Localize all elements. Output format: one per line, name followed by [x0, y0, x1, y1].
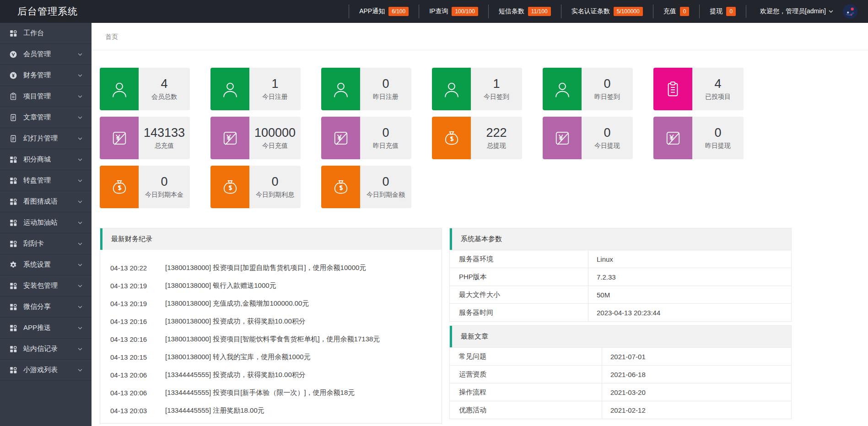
sidebar-item[interactable]: 刮刮卡	[0, 233, 92, 254]
sidebar-item[interactable]: 项目管理	[0, 86, 92, 107]
record-time: 04-13 20:16	[110, 335, 152, 343]
sidebar: 工作台 会员管理 财务管理 项目管理 文	[0, 23, 92, 426]
stat-value: 222	[486, 126, 507, 140]
grid-icon	[9, 219, 17, 227]
chevron-down-icon	[77, 114, 83, 121]
table-row: PHP版本 7.2.33	[450, 268, 791, 286]
topbar-stat[interactable]: 充值 0	[653, 5, 700, 18]
sidebar-item-label: 转盘管理	[23, 176, 77, 185]
topbar-stat-label: 充值	[663, 7, 676, 16]
table-row[interactable]: 运营资质 2021-06-18	[450, 365, 791, 383]
breadcrumb[interactable]: 首页	[105, 33, 118, 40]
table-row[interactable]: 常见问题 2021-07-01	[450, 347, 791, 365]
stat-value: 0	[604, 77, 610, 91]
topbar-stat[interactable]: APP通知 6/100	[349, 5, 419, 18]
topbar-stat[interactable]: IP查询 100/100	[419, 5, 488, 18]
sidebar-item[interactable]: 积分商城	[0, 149, 92, 170]
topbar-right: APP通知 6/100 IP查询 100/100 短信条数 11/100 实名认…	[349, 4, 858, 19]
stat-value: 0	[271, 175, 278, 189]
stat-card-body: 0 今日到期利息	[249, 166, 301, 208]
article-title[interactable]: 操作流程	[450, 383, 602, 401]
avatar[interactable]	[842, 4, 858, 19]
stat-card[interactable]: 143133 总充值	[100, 117, 190, 159]
article-title[interactable]: 运营资质	[450, 366, 602, 383]
stat-value: 0	[382, 126, 389, 140]
sidebar-item[interactable]: 会员管理	[0, 44, 92, 65]
article-title[interactable]: 优惠活动	[450, 401, 602, 419]
table-row[interactable]: 操作流程 2021-03-20	[450, 383, 791, 401]
stat-card[interactable]: 1 今日注册	[210, 68, 301, 110]
record-text: [13344445555] 投资项目[新手体验（限一次）]，使用余额18元	[165, 388, 355, 397]
param-name: 服务器环境	[450, 250, 588, 268]
sidebar-item[interactable]: 幻灯片管理	[0, 128, 92, 149]
stat-label: 总提现	[487, 142, 506, 150]
topbar-stat[interactable]: 短信条数 11/100	[488, 5, 561, 18]
sidebar-item-label: 工作台	[23, 29, 83, 38]
sidebar-item[interactable]: 看图猜成语	[0, 191, 92, 212]
record-time: 04-13 20:06	[110, 389, 152, 397]
stat-card[interactable]: 0 昨日注册	[321, 68, 411, 110]
stat-value: 4	[161, 77, 167, 91]
article-date: 2021-02-12	[602, 401, 791, 419]
stat-card-body: 143133 总充值	[139, 117, 190, 159]
sidebar-item[interactable]: 小游戏列表	[0, 360, 92, 381]
sidebar-item[interactable]: 安装包管理	[0, 275, 92, 297]
stat-card[interactable]: 0 今日到期利息	[210, 166, 301, 208]
stat-card-body: 4 已投项目	[692, 68, 744, 110]
sidebar-item-label: 文章管理	[23, 113, 77, 122]
stat-card[interactable]: 222 总提现	[432, 117, 522, 159]
stat-value: 1	[271, 77, 278, 91]
stat-card[interactable]: 0 昨日签到	[543, 68, 633, 110]
recharge-icon	[100, 117, 139, 159]
stat-card[interactable]: 1 今日签到	[432, 68, 522, 110]
sidebar-item-label: 运动加油站	[23, 218, 77, 227]
stat-card-body: 0 昨日签到	[582, 68, 633, 110]
stat-card[interactable]: 0 今日到期本金	[100, 166, 190, 208]
table-row[interactable]: 优惠活动 2021-02-12	[450, 401, 791, 419]
sidebar-item-label: 积分商城	[23, 155, 77, 164]
stat-label: 昨日充值	[373, 142, 399, 150]
sidebar-item[interactable]: 财务管理	[0, 65, 92, 86]
sidebar-item[interactable]: 转盘管理	[0, 170, 92, 191]
topbar-stat[interactable]: 实名认证条数 5/100000	[561, 5, 653, 18]
stat-value: 0	[382, 77, 389, 91]
grid-icon	[9, 240, 17, 248]
record-text: [13800138000] 投资项目[智能饮料零食售货柜单机]，使用余额1713…	[165, 335, 380, 344]
stat-card[interactable]: 0 昨日充值	[321, 117, 411, 159]
stat-card[interactable]: 4 已投项目	[653, 68, 744, 110]
user-menu[interactable]: 欢迎您，管理员[admin]	[746, 5, 842, 18]
stat-label: 今日到期本金	[145, 191, 183, 199]
record-text: [13800138000] 投资项目[加盟自助售货机项目]，使用余额10000元	[165, 264, 366, 272]
table-row: 服务器环境 Linux	[450, 250, 791, 268]
stat-card[interactable]: 0 昨日提现	[653, 117, 744, 159]
stat-card[interactable]: 0 今日到期金额	[321, 166, 411, 208]
stat-card-body: 0 今日到期本金	[139, 166, 190, 208]
recharge-icon	[653, 117, 692, 159]
article-title[interactable]: 常见问题	[450, 348, 602, 365]
breadcrumb-bar: 首页	[92, 23, 868, 50]
sidebar-item[interactable]: 系统设置	[0, 254, 92, 275]
sidebar-item[interactable]: APP推送	[0, 318, 92, 339]
stat-label: 总充值	[155, 142, 174, 150]
user-circle-icon	[9, 50, 17, 59]
record-text: [13344445555] 投资成功，获得奖励10.00积分	[165, 371, 306, 379]
chevron-down-icon	[77, 93, 83, 100]
sidebar-item[interactable]: 运动加油站	[0, 212, 92, 233]
sidebar-item[interactable]: 文章管理	[0, 107, 92, 128]
sidebar-item[interactable]: 微信分享	[0, 297, 92, 318]
sidebar-item-label: 系统设置	[23, 260, 77, 269]
stat-label: 今日签到	[484, 93, 509, 101]
sidebar-item-label: 会员管理	[23, 50, 77, 59]
chevron-down-icon	[77, 156, 83, 163]
stat-card-body: 1 今日签到	[471, 68, 522, 110]
stat-card[interactable]: 100000 今日充值	[210, 117, 301, 159]
stat-label: 今日到期金额	[367, 191, 405, 199]
stat-card[interactable]: 4 会员总数	[100, 68, 190, 110]
moneybag-icon	[432, 117, 471, 159]
right-column: 系统基本参数 服务器环境 Linux PHP版本 7.2.33	[449, 228, 792, 419]
stat-card[interactable]: 0 今日提现	[543, 117, 633, 159]
sidebar-item[interactable]: 站内信记录	[0, 339, 92, 360]
stat-label: 今日充值	[262, 142, 288, 150]
topbar-stat[interactable]: 提现 0	[699, 5, 746, 18]
sidebar-item[interactable]: 工作台	[0, 23, 92, 44]
